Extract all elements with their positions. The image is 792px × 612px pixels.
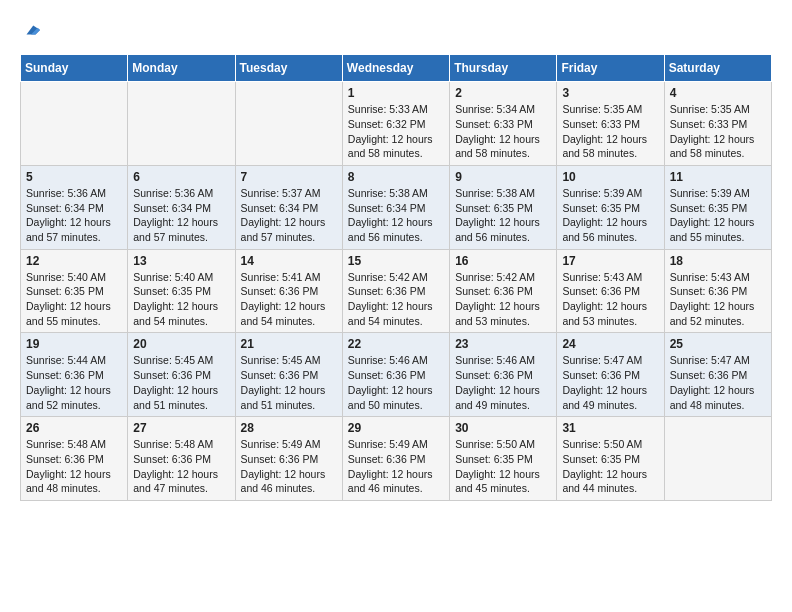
calendar-cell bbox=[664, 417, 771, 501]
cell-content: Sunrise: 5:43 AMSunset: 6:36 PMDaylight:… bbox=[670, 270, 766, 329]
calendar-cell: 28Sunrise: 5:49 AMSunset: 6:36 PMDayligh… bbox=[235, 417, 342, 501]
calendar-table: SundayMondayTuesdayWednesdayThursdayFrid… bbox=[20, 54, 772, 501]
day-number: 3 bbox=[562, 86, 658, 100]
cell-content: Sunrise: 5:44 AMSunset: 6:36 PMDaylight:… bbox=[26, 353, 122, 412]
calendar-cell: 21Sunrise: 5:45 AMSunset: 6:36 PMDayligh… bbox=[235, 333, 342, 417]
cell-content: Sunrise: 5:48 AMSunset: 6:36 PMDaylight:… bbox=[133, 437, 229, 496]
week-row-2: 5Sunrise: 5:36 AMSunset: 6:34 PMDaylight… bbox=[21, 165, 772, 249]
calendar-cell: 22Sunrise: 5:46 AMSunset: 6:36 PMDayligh… bbox=[342, 333, 449, 417]
cell-content: Sunrise: 5:47 AMSunset: 6:36 PMDaylight:… bbox=[670, 353, 766, 412]
day-number: 1 bbox=[348, 86, 444, 100]
cell-content: Sunrise: 5:49 AMSunset: 6:36 PMDaylight:… bbox=[241, 437, 337, 496]
day-number: 11 bbox=[670, 170, 766, 184]
calendar-cell: 16Sunrise: 5:42 AMSunset: 6:36 PMDayligh… bbox=[450, 249, 557, 333]
cell-content: Sunrise: 5:42 AMSunset: 6:36 PMDaylight:… bbox=[348, 270, 444, 329]
day-number: 19 bbox=[26, 337, 122, 351]
calendar-cell: 14Sunrise: 5:41 AMSunset: 6:36 PMDayligh… bbox=[235, 249, 342, 333]
day-number: 8 bbox=[348, 170, 444, 184]
day-number: 18 bbox=[670, 254, 766, 268]
logo-icon bbox=[22, 21, 40, 39]
day-number: 30 bbox=[455, 421, 551, 435]
cell-content: Sunrise: 5:37 AMSunset: 6:34 PMDaylight:… bbox=[241, 186, 337, 245]
day-header-saturday: Saturday bbox=[664, 55, 771, 82]
day-number: 22 bbox=[348, 337, 444, 351]
cell-content: Sunrise: 5:39 AMSunset: 6:35 PMDaylight:… bbox=[670, 186, 766, 245]
day-number: 10 bbox=[562, 170, 658, 184]
cell-content: Sunrise: 5:40 AMSunset: 6:35 PMDaylight:… bbox=[133, 270, 229, 329]
header-row: SundayMondayTuesdayWednesdayThursdayFrid… bbox=[21, 55, 772, 82]
cell-content: Sunrise: 5:50 AMSunset: 6:35 PMDaylight:… bbox=[455, 437, 551, 496]
calendar-cell: 30Sunrise: 5:50 AMSunset: 6:35 PMDayligh… bbox=[450, 417, 557, 501]
day-number: 4 bbox=[670, 86, 766, 100]
week-row-5: 26Sunrise: 5:48 AMSunset: 6:36 PMDayligh… bbox=[21, 417, 772, 501]
calendar-cell: 17Sunrise: 5:43 AMSunset: 6:36 PMDayligh… bbox=[557, 249, 664, 333]
calendar-cell: 29Sunrise: 5:49 AMSunset: 6:36 PMDayligh… bbox=[342, 417, 449, 501]
cell-content: Sunrise: 5:48 AMSunset: 6:36 PMDaylight:… bbox=[26, 437, 122, 496]
cell-content: Sunrise: 5:39 AMSunset: 6:35 PMDaylight:… bbox=[562, 186, 658, 245]
header bbox=[20, 20, 772, 44]
day-number: 16 bbox=[455, 254, 551, 268]
day-number: 20 bbox=[133, 337, 229, 351]
day-number: 29 bbox=[348, 421, 444, 435]
calendar-cell: 13Sunrise: 5:40 AMSunset: 6:35 PMDayligh… bbox=[128, 249, 235, 333]
day-number: 24 bbox=[562, 337, 658, 351]
calendar-cell bbox=[128, 82, 235, 166]
day-number: 28 bbox=[241, 421, 337, 435]
cell-content: Sunrise: 5:33 AMSunset: 6:32 PMDaylight:… bbox=[348, 102, 444, 161]
week-row-4: 19Sunrise: 5:44 AMSunset: 6:36 PMDayligh… bbox=[21, 333, 772, 417]
page: SundayMondayTuesdayWednesdayThursdayFrid… bbox=[0, 0, 792, 521]
calendar-cell: 2Sunrise: 5:34 AMSunset: 6:33 PMDaylight… bbox=[450, 82, 557, 166]
calendar-cell: 1Sunrise: 5:33 AMSunset: 6:32 PMDaylight… bbox=[342, 82, 449, 166]
calendar-cell bbox=[21, 82, 128, 166]
day-header-thursday: Thursday bbox=[450, 55, 557, 82]
cell-content: Sunrise: 5:45 AMSunset: 6:36 PMDaylight:… bbox=[241, 353, 337, 412]
cell-content: Sunrise: 5:49 AMSunset: 6:36 PMDaylight:… bbox=[348, 437, 444, 496]
day-number: 14 bbox=[241, 254, 337, 268]
calendar-cell: 27Sunrise: 5:48 AMSunset: 6:36 PMDayligh… bbox=[128, 417, 235, 501]
day-header-monday: Monday bbox=[128, 55, 235, 82]
cell-content: Sunrise: 5:34 AMSunset: 6:33 PMDaylight:… bbox=[455, 102, 551, 161]
cell-content: Sunrise: 5:46 AMSunset: 6:36 PMDaylight:… bbox=[348, 353, 444, 412]
day-header-tuesday: Tuesday bbox=[235, 55, 342, 82]
calendar-cell: 25Sunrise: 5:47 AMSunset: 6:36 PMDayligh… bbox=[664, 333, 771, 417]
week-row-1: 1Sunrise: 5:33 AMSunset: 6:32 PMDaylight… bbox=[21, 82, 772, 166]
cell-content: Sunrise: 5:38 AMSunset: 6:34 PMDaylight:… bbox=[348, 186, 444, 245]
day-number: 25 bbox=[670, 337, 766, 351]
calendar-cell: 24Sunrise: 5:47 AMSunset: 6:36 PMDayligh… bbox=[557, 333, 664, 417]
day-number: 21 bbox=[241, 337, 337, 351]
cell-content: Sunrise: 5:35 AMSunset: 6:33 PMDaylight:… bbox=[670, 102, 766, 161]
calendar-cell: 11Sunrise: 5:39 AMSunset: 6:35 PMDayligh… bbox=[664, 165, 771, 249]
cell-content: Sunrise: 5:40 AMSunset: 6:35 PMDaylight:… bbox=[26, 270, 122, 329]
day-number: 17 bbox=[562, 254, 658, 268]
logo bbox=[20, 20, 40, 44]
cell-content: Sunrise: 5:41 AMSunset: 6:36 PMDaylight:… bbox=[241, 270, 337, 329]
day-number: 5 bbox=[26, 170, 122, 184]
cell-content: Sunrise: 5:50 AMSunset: 6:35 PMDaylight:… bbox=[562, 437, 658, 496]
day-number: 26 bbox=[26, 421, 122, 435]
day-number: 9 bbox=[455, 170, 551, 184]
cell-content: Sunrise: 5:38 AMSunset: 6:35 PMDaylight:… bbox=[455, 186, 551, 245]
cell-content: Sunrise: 5:43 AMSunset: 6:36 PMDaylight:… bbox=[562, 270, 658, 329]
calendar-cell bbox=[235, 82, 342, 166]
cell-content: Sunrise: 5:36 AMSunset: 6:34 PMDaylight:… bbox=[133, 186, 229, 245]
calendar-cell: 6Sunrise: 5:36 AMSunset: 6:34 PMDaylight… bbox=[128, 165, 235, 249]
calendar-cell: 3Sunrise: 5:35 AMSunset: 6:33 PMDaylight… bbox=[557, 82, 664, 166]
cell-content: Sunrise: 5:47 AMSunset: 6:36 PMDaylight:… bbox=[562, 353, 658, 412]
week-row-3: 12Sunrise: 5:40 AMSunset: 6:35 PMDayligh… bbox=[21, 249, 772, 333]
cell-content: Sunrise: 5:45 AMSunset: 6:36 PMDaylight:… bbox=[133, 353, 229, 412]
day-number: 15 bbox=[348, 254, 444, 268]
day-number: 13 bbox=[133, 254, 229, 268]
day-number: 23 bbox=[455, 337, 551, 351]
day-number: 27 bbox=[133, 421, 229, 435]
day-header-sunday: Sunday bbox=[21, 55, 128, 82]
cell-content: Sunrise: 5:42 AMSunset: 6:36 PMDaylight:… bbox=[455, 270, 551, 329]
day-number: 2 bbox=[455, 86, 551, 100]
day-number: 12 bbox=[26, 254, 122, 268]
calendar-cell: 18Sunrise: 5:43 AMSunset: 6:36 PMDayligh… bbox=[664, 249, 771, 333]
calendar-cell: 26Sunrise: 5:48 AMSunset: 6:36 PMDayligh… bbox=[21, 417, 128, 501]
calendar-cell: 12Sunrise: 5:40 AMSunset: 6:35 PMDayligh… bbox=[21, 249, 128, 333]
calendar-cell: 9Sunrise: 5:38 AMSunset: 6:35 PMDaylight… bbox=[450, 165, 557, 249]
day-header-friday: Friday bbox=[557, 55, 664, 82]
calendar-cell: 31Sunrise: 5:50 AMSunset: 6:35 PMDayligh… bbox=[557, 417, 664, 501]
calendar-cell: 10Sunrise: 5:39 AMSunset: 6:35 PMDayligh… bbox=[557, 165, 664, 249]
